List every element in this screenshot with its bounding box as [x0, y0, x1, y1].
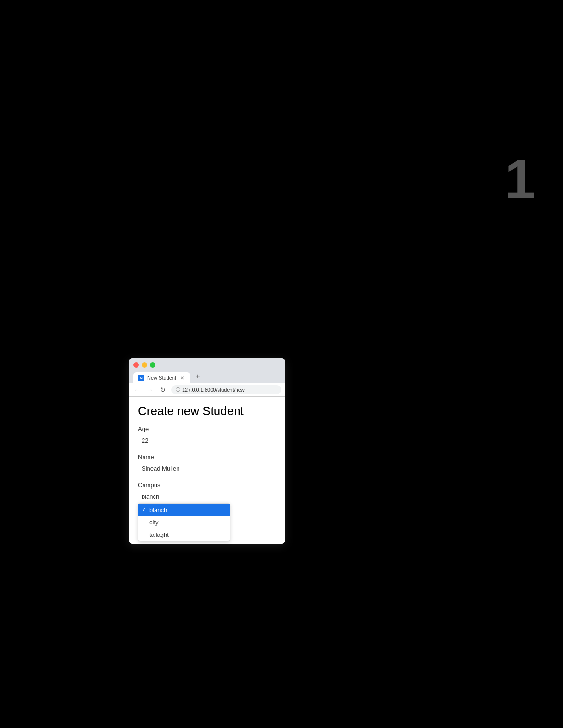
campus-input[interactable] [138, 490, 276, 503]
url-text: 127.0.0.1:8000/student/new [182, 387, 245, 392]
campus-field-group: Campus blanch city tallaght [138, 482, 276, 503]
maximize-button[interactable] [150, 362, 155, 368]
reload-nav-button[interactable]: ↻ [158, 386, 167, 393]
back-nav-button[interactable]: ← [132, 386, 142, 393]
name-input[interactable] [138, 462, 276, 475]
forward-nav-button[interactable]: → [145, 386, 155, 393]
new-tab-button[interactable]: + [192, 370, 204, 382]
dropdown-option-city[interactable]: city [138, 516, 230, 529]
name-field-group: Name [138, 454, 276, 475]
url-bar[interactable]: ⓘ 127.0.0.1:8000/student/new [171, 385, 282, 394]
tab-bar: N New Student ✕ + [133, 370, 281, 383]
campus-input-wrapper: blanch city tallaght [138, 490, 276, 503]
name-label: Name [138, 454, 276, 461]
page-content: Create new Student Age Name Campus blanc… [129, 397, 285, 544]
watermark-number: 1 [505, 147, 535, 210]
campus-dropdown: blanch city tallaght [138, 503, 230, 541]
address-bar: ← → ↻ ⓘ 127.0.0.1:8000/student/new [129, 383, 285, 397]
campus-label: Campus [138, 482, 276, 489]
tab-favicon-icon: N [138, 375, 144, 381]
age-label: Age [138, 426, 276, 432]
traffic-lights [133, 362, 281, 368]
dropdown-option-tallaght[interactable]: tallaght [138, 529, 230, 541]
age-field-group: Age [138, 426, 276, 447]
tab-close-button[interactable]: ✕ [179, 375, 185, 381]
age-input[interactable] [138, 434, 276, 447]
minimize-button[interactable] [142, 362, 147, 368]
dropdown-option-blanch[interactable]: blanch [138, 504, 230, 516]
browser-tab[interactable]: N New Student ✕ [133, 372, 190, 383]
browser-window: N New Student ✕ + ← → ↻ ⓘ 127.0.0.1:8000… [129, 358, 285, 544]
url-secure-icon: ⓘ [176, 387, 180, 393]
page-title: Create new Student [138, 404, 276, 418]
browser-titlebar: N New Student ✕ + [129, 358, 285, 383]
tab-title: New Student [147, 375, 176, 381]
close-button[interactable] [133, 362, 139, 368]
